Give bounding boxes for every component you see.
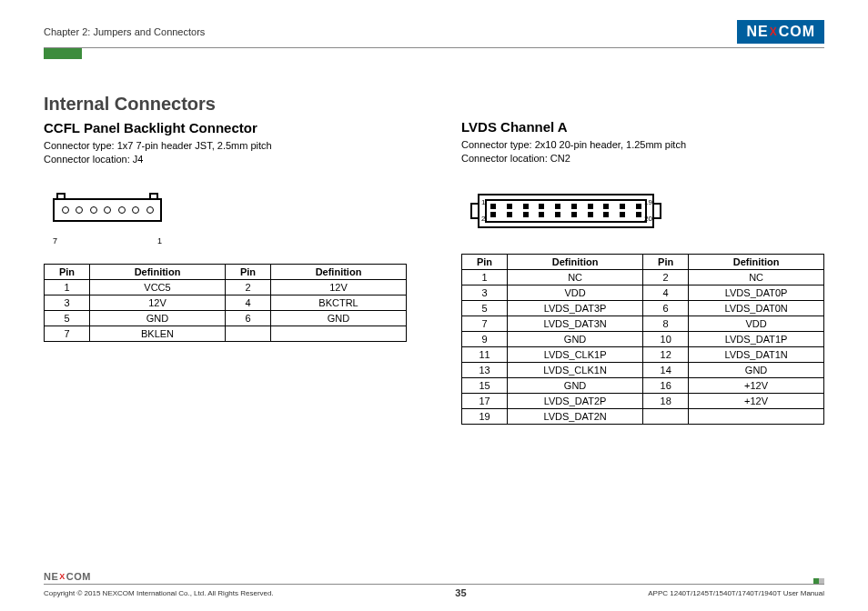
definition-cell: LVDS_DAT1N <box>689 346 824 362</box>
table-row: 17LVDS_DAT2P18+12V <box>462 393 824 408</box>
pin-hole-icon <box>76 206 83 214</box>
pin-cell: 15 <box>462 377 508 393</box>
pin-cell: 7 <box>462 316 508 331</box>
definition-cell: NC <box>689 269 824 285</box>
definition-cell: 12V <box>90 295 226 310</box>
definition-cell: LVDS_DAT0N <box>689 300 824 316</box>
pin-cell: 19 <box>462 408 508 424</box>
pin-cell: 1 <box>45 279 90 295</box>
table-row: 3VDD4LVDS_DAT0P <box>462 285 824 300</box>
pin-square-icon <box>620 204 625 209</box>
pin-cell: 14 <box>643 362 689 377</box>
col-pin: Pin <box>462 254 508 269</box>
pin-cell: 16 <box>643 377 689 393</box>
col-pin: Pin <box>226 264 271 279</box>
pin-cell: 11 <box>462 346 508 362</box>
connector-tab-icon <box>654 203 661 219</box>
pin-num-2: 2 <box>481 215 485 223</box>
pin-square-icon <box>507 204 512 209</box>
pin-num-19: 19 <box>644 199 652 206</box>
definition-cell: VDD <box>508 285 643 300</box>
table-row: 13LVDS_CLK1N14GND <box>462 362 824 377</box>
pin-cell: 3 <box>462 285 508 300</box>
pin-cell: 10 <box>643 331 689 346</box>
table-row: 1NC2NC <box>462 269 824 285</box>
definition-cell: 12V <box>271 279 407 295</box>
definition-cell: BKLEN <box>90 326 226 341</box>
pin-square-icon <box>555 204 560 209</box>
pin-cell: 2 <box>226 279 271 295</box>
lvds-diagram: 1 2 19 20 <box>461 190 671 234</box>
chapter-label: Chapter 2: Jumpers and Connectors <box>44 26 205 37</box>
definition-cell: GND <box>271 310 407 326</box>
pin-num-1: 1 <box>481 199 485 206</box>
pin-num-20: 20 <box>644 215 652 223</box>
definition-cell: LVDS_DAT3N <box>508 316 643 331</box>
pin-square-icon <box>507 212 512 217</box>
col-definition: Definition <box>508 254 643 269</box>
lvds-meta: Connector type: 2x10 20-pin header, 1.25… <box>461 138 824 166</box>
pin-hole-icon <box>62 206 69 214</box>
definition-cell: GND <box>689 362 824 377</box>
pin-square-icon <box>571 204 577 209</box>
pin-cell: 5 <box>462 300 508 316</box>
lvds-location: Connector location: CN2 <box>461 152 824 165</box>
pin-square-icon <box>636 204 641 209</box>
pin-cell: 4 <box>643 285 689 300</box>
pin-square-icon <box>539 204 544 209</box>
pin-square-icon <box>636 212 641 217</box>
definition-cell: LVDS_DAT2P <box>508 393 643 408</box>
footer-divider <box>44 584 824 585</box>
definition-cell: +12V <box>689 393 824 408</box>
definition-cell <box>689 408 824 424</box>
definition-cell: VCC5 <box>90 279 226 295</box>
connector-tab-icon <box>470 203 478 219</box>
pin-label-7: 7 <box>53 236 57 245</box>
ccfl-heading: CCFL Panel Backlight Connector <box>44 120 407 135</box>
table-row: 15GND16+12V <box>462 377 824 393</box>
pin-cell: 8 <box>643 316 689 331</box>
logo-x-icon: X <box>59 572 66 581</box>
definition-cell: LVDS_DAT2N <box>508 408 643 424</box>
definition-cell: NC <box>508 269 643 285</box>
ccfl-pin-labels: 7 1 <box>53 236 162 245</box>
page-footer: NE X COM Copyright © 2015 NEXCOM Interna… <box>44 571 824 598</box>
pin-hole-icon <box>118 206 126 214</box>
table-row: 19LVDS_DAT2N <box>462 408 824 424</box>
right-column: LVDS Channel A Connector type: 2x10 20-p… <box>461 94 824 425</box>
ccfl-diagram <box>44 191 171 231</box>
pin-cell: 3 <box>45 295 90 310</box>
accent-bar <box>44 48 82 59</box>
col-definition: Definition <box>271 264 407 279</box>
pin-cell <box>226 326 271 341</box>
table-row: 7LVDS_DAT3N8VDD <box>462 316 824 331</box>
pin-cell: 6 <box>643 300 689 316</box>
pin-square-icon <box>539 212 544 217</box>
header-divider <box>44 47 824 48</box>
definition-cell: LVDS_DAT3P <box>508 300 643 316</box>
section-title: Internal Connectors <box>44 94 407 115</box>
table-row: 11LVDS_CLK1P12LVDS_DAT1N <box>462 346 824 362</box>
pin-square-icon <box>490 204 496 209</box>
main-content: Internal Connectors CCFL Panel Backlight… <box>44 94 824 425</box>
ccfl-pinout-table: Pin Definition Pin Definition 1VCC5212V3… <box>44 264 407 342</box>
definition-cell: +12V <box>689 377 824 393</box>
connector-inner-icon <box>485 199 647 223</box>
pin-hole-icon <box>146 206 154 214</box>
pin-square-icon <box>571 212 577 217</box>
definition-cell: GND <box>90 310 226 326</box>
pin-square-icon <box>603 212 609 217</box>
pin-cell <box>643 408 689 424</box>
page-number: 35 <box>455 587 466 598</box>
pin-hole-icon <box>90 206 97 214</box>
pin-label-1: 1 <box>157 236 162 245</box>
table-row: 5GND6GND <box>45 310 407 326</box>
pin-cell: 13 <box>462 362 508 377</box>
pin-square-icon <box>555 212 560 217</box>
logo-x-icon: X <box>770 25 778 38</box>
pin-square-icon <box>603 204 609 209</box>
ccfl-type: Connector type: 1x7 7-pin header JST, 2.… <box>44 139 407 153</box>
page-header: Chapter 2: Jumpers and Connectors NE X C… <box>44 20 824 44</box>
definition-cell <box>271 326 407 341</box>
pin-hole-icon <box>104 206 111 214</box>
